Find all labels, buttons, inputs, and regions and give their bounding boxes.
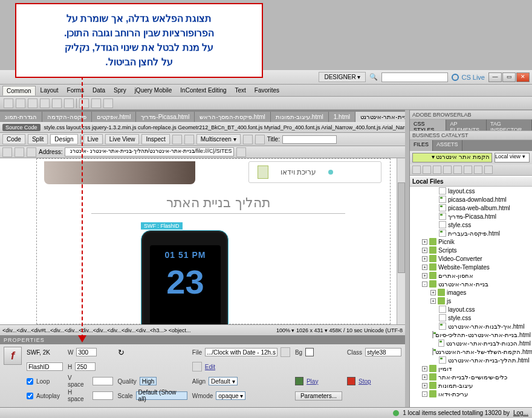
menu-incontext editing[interactable]: InContext Editing bbox=[177, 86, 230, 95]
tag-selector-bar[interactable]: <div...<div...<div#t...<div...<div...<di… bbox=[0, 324, 405, 335]
expand-icon[interactable]: + bbox=[422, 256, 427, 262]
files-tool-icon[interactable] bbox=[464, 166, 472, 174]
maximize-button[interactable]: ▭ bbox=[502, 72, 516, 82]
tree-node[interactable]: הכנות-לבניית-אתר-אינטרנט.html bbox=[410, 339, 532, 347]
tool-icon[interactable] bbox=[91, 98, 101, 108]
expand-icon[interactable]: + bbox=[422, 248, 427, 253]
doc-tab[interactable]: פיקסה-הקדמה bbox=[42, 112, 91, 122]
tool-icon[interactable] bbox=[40, 98, 50, 108]
quality-dropdown[interactable]: High bbox=[140, 377, 157, 385]
doc-tab[interactable]: הגדרת-תמונ bbox=[0, 112, 42, 122]
tool-icon[interactable] bbox=[255, 135, 265, 144]
tree-node[interactable]: פיקסה-בעברית.html bbox=[410, 229, 532, 237]
flash-clock-preview[interactable]: 01 51 PM 23 bbox=[141, 230, 229, 324]
tool-icon[interactable] bbox=[52, 98, 62, 108]
files-tree[interactable]: Local Files layout.csspicasa-download.ht… bbox=[410, 176, 532, 407]
align-dropdown[interactable]: Default ▾ bbox=[209, 377, 237, 385]
expand-icon[interactable]: + bbox=[430, 290, 436, 295]
home-icon[interactable] bbox=[27, 147, 36, 157]
expand-icon[interactable]: + bbox=[422, 265, 427, 270]
files-tool-icon[interactable] bbox=[453, 166, 462, 174]
parameters-button[interactable]: Parameters... bbox=[295, 391, 342, 400]
expand-icon[interactable]: - bbox=[422, 391, 427, 397]
doc-tab[interactable]: מדריך-Picasa.html bbox=[136, 112, 195, 122]
undo-icon[interactable]: ↻ bbox=[118, 348, 125, 357]
tree-node[interactable]: +כלים-שימושיים-לבניית-אתר bbox=[410, 373, 532, 381]
canvas-scrollbar[interactable] bbox=[397, 158, 405, 324]
hspace-input[interactable] bbox=[92, 391, 113, 400]
tool-icon[interactable] bbox=[4, 98, 13, 108]
menu-jquery mobile[interactable]: jQuery Mobile bbox=[131, 86, 176, 95]
swf-selection-label[interactable]: SWF : FlashID bbox=[141, 222, 183, 230]
menu-text[interactable]: Text bbox=[232, 86, 250, 95]
tool-icon[interactable] bbox=[184, 135, 194, 144]
tree-node[interactable]: picasa-download.html bbox=[410, 195, 532, 204]
multiscreen-button[interactable]: Multiscreen ▾ bbox=[196, 134, 241, 144]
vspace-input[interactable] bbox=[92, 377, 113, 385]
refresh-icon[interactable] bbox=[236, 147, 246, 157]
menu-favorites[interactable]: Favorites bbox=[251, 86, 283, 95]
tag-inspector-tab[interactable]: TAG INSPECTOR bbox=[487, 120, 532, 130]
tree-node[interactable]: +images bbox=[410, 288, 532, 297]
edit-link[interactable]: Edit bbox=[205, 364, 215, 370]
files-tool-icon[interactable] bbox=[412, 166, 421, 174]
design-view-button[interactable]: Design bbox=[50, 134, 77, 144]
tree-node[interactable]: layout.css bbox=[410, 305, 532, 314]
assets-tab[interactable]: ASSETS bbox=[433, 140, 462, 151]
split-view-button[interactable]: Split bbox=[28, 134, 48, 144]
menu-spry[interactable]: Spry bbox=[110, 86, 130, 95]
tree-node[interactable]: style.css bbox=[410, 314, 532, 322]
file-input[interactable] bbox=[205, 348, 277, 356]
properties-header[interactable]: PROPERTIES bbox=[0, 336, 405, 344]
search-input[interactable] bbox=[381, 72, 448, 82]
minimize-button[interactable]: — bbox=[488, 72, 502, 82]
expand-icon[interactable]: - bbox=[422, 281, 427, 287]
tool-icon[interactable] bbox=[243, 135, 253, 144]
edit-swf-icon[interactable] bbox=[192, 362, 202, 371]
expand-icon[interactable]: + bbox=[422, 366, 427, 371]
liveview-button[interactable]: Live View bbox=[105, 134, 140, 144]
tree-node[interactable]: איך-לבנות-אתר-אינטרנט.html bbox=[410, 322, 532, 330]
tag-path[interactable]: <div...<div...<div#t...<div...<div...<di… bbox=[2, 327, 190, 333]
forward-icon[interactable] bbox=[15, 147, 24, 157]
doc-tab[interactable]: פיקסת-המסך-הראש.html bbox=[195, 112, 270, 122]
close-button[interactable]: ✕ bbox=[516, 72, 530, 82]
workspace-switcher[interactable]: DESIGNER ▾ bbox=[319, 72, 366, 82]
files-tool-icon[interactable] bbox=[484, 166, 493, 174]
wmode-dropdown[interactable]: opaque ▾ bbox=[216, 391, 245, 400]
tree-node[interactable]: מדריך-Picasa.html bbox=[410, 212, 532, 220]
tree-node[interactable]: style.css bbox=[410, 220, 532, 229]
tree-node[interactable]: +אחסון-אתרים bbox=[410, 271, 532, 280]
tree-node[interactable]: +js bbox=[410, 297, 532, 305]
expand-icon[interactable]: + bbox=[422, 383, 427, 388]
tree-node[interactable]: -בניית-אתר-אינטרנט bbox=[410, 280, 532, 288]
browserlab-panel[interactable]: ADOBE BROWSERLAB bbox=[410, 110, 532, 120]
local-files-header[interactable]: Local Files bbox=[410, 177, 532, 187]
back-icon[interactable] bbox=[2, 147, 12, 157]
design-canvas[interactable]: עריכת וידאו תהליך בניית האתר SWF : Flash… bbox=[0, 158, 397, 324]
tree-node[interactable]: +Scripts bbox=[410, 246, 532, 254]
menu-data[interactable]: Data bbox=[89, 86, 109, 95]
play-link[interactable]: Play bbox=[307, 378, 318, 385]
title-input[interactable] bbox=[282, 135, 337, 144]
css-styles-tab[interactable]: CSS STYLES bbox=[410, 120, 446, 130]
video-edit-box[interactable]: עריכת וידאו bbox=[248, 161, 381, 183]
stop-link[interactable]: Stop bbox=[358, 378, 371, 385]
tree-node[interactable]: +Video-Converter bbox=[410, 254, 532, 263]
tree-node[interactable]: +עיצוב-תמונות bbox=[410, 381, 532, 390]
doc-tab[interactable]: אפקטים.html bbox=[92, 112, 137, 122]
tool-icon[interactable] bbox=[16, 98, 25, 108]
doc-tab-active[interactable]: תהליך-בניית-אתר-אינטרנט.html* × bbox=[355, 112, 405, 122]
tool-icon[interactable] bbox=[28, 98, 37, 108]
tool-icon[interactable] bbox=[172, 135, 182, 144]
menu-layout[interactable]: Layout bbox=[37, 86, 62, 95]
source-code-button[interactable]: Source Code bbox=[2, 124, 41, 131]
swf-id-input[interactable] bbox=[27, 362, 63, 371]
tree-node[interactable]: הקמת-השלד-של-אתר-האינטרנט.html bbox=[410, 347, 532, 356]
browse-icon[interactable] bbox=[281, 347, 290, 357]
scale-dropdown[interactable]: Default (Show all) bbox=[136, 391, 187, 400]
doc-tab[interactable]: 1.html bbox=[329, 112, 355, 122]
files-tool-icon[interactable] bbox=[474, 166, 482, 174]
expand-icon[interactable]: + bbox=[422, 375, 427, 380]
class-input[interactable] bbox=[365, 348, 401, 356]
